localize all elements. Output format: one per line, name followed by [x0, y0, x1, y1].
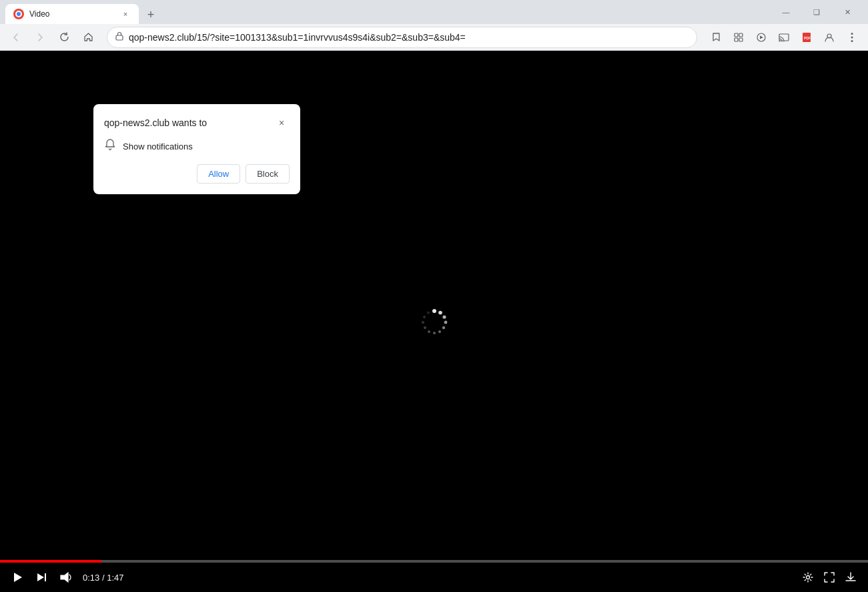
pdf-icon[interactable]: PDF — [796, 27, 817, 48]
download-video-button[interactable] — [841, 568, 860, 587]
address-bar[interactable]: qop-news2.club/15/?site=1001313&sub1=1in… — [107, 27, 697, 48]
svg-point-26 — [422, 321, 424, 324]
svg-text:PDF: PDF — [804, 36, 811, 40]
video-controls: 0:13 / 1:47 — [0, 557, 868, 592]
svg-point-10 — [779, 40, 781, 41]
svg-point-20 — [444, 320, 447, 324]
popup-close-button[interactable]: × — [274, 115, 290, 131]
svg-point-2 — [17, 12, 21, 16]
toolbar: qop-news2.club/15/?site=1001313&sub1=1in… — [0, 24, 868, 51]
progress-fill — [0, 560, 101, 563]
active-tab[interactable]: Video × — [5, 4, 139, 24]
permission-label: Show notifications — [123, 141, 193, 152]
new-tab-button[interactable]: + — [141, 5, 160, 24]
allow-button[interactable]: Allow — [197, 164, 240, 184]
svg-rect-3 — [116, 35, 123, 40]
volume-button[interactable] — [56, 568, 75, 587]
svg-point-18 — [438, 310, 442, 314]
permission-item: Show notifications — [104, 139, 290, 154]
back-button[interactable] — [5, 27, 27, 48]
svg-marker-30 — [37, 573, 44, 581]
svg-rect-5 — [739, 33, 743, 37]
chrome-music-button[interactable] — [751, 27, 772, 48]
svg-point-23 — [433, 332, 436, 334]
address-text: qop-news2.club/15/?site=1001313&sub1=1in… — [129, 32, 689, 43]
progress-bar[interactable] — [0, 560, 868, 563]
next-button[interactable] — [32, 568, 51, 587]
svg-marker-29 — [14, 573, 22, 582]
popup-header: qop-news2.club wants to × — [104, 115, 290, 131]
svg-point-24 — [428, 330, 430, 333]
bell-icon — [104, 139, 116, 154]
svg-point-25 — [424, 326, 426, 329]
svg-rect-6 — [735, 38, 738, 41]
svg-point-16 — [851, 40, 853, 42]
svg-point-27 — [423, 316, 426, 318]
permission-popup: qop-news2.club wants to × Show notificat… — [93, 104, 300, 194]
tab-title: Video — [29, 9, 115, 19]
svg-point-15 — [851, 36, 853, 38]
svg-rect-31 — [45, 573, 46, 581]
svg-marker-32 — [61, 573, 68, 582]
svg-point-17 — [432, 309, 436, 313]
browser-window: Video × + — ❑ ✕ — [0, 0, 868, 592]
svg-point-14 — [851, 33, 853, 35]
svg-rect-7 — [739, 38, 743, 41]
forward-button[interactable] — [29, 27, 51, 48]
tab-favicon — [13, 9, 24, 19]
svg-point-33 — [807, 576, 810, 579]
tab-close-button[interactable]: × — [120, 9, 131, 19]
block-button[interactable]: Block — [246, 164, 290, 184]
reload-button[interactable] — [53, 27, 75, 48]
popup-title: qop-news2.club wants to — [104, 117, 207, 128]
svg-point-21 — [442, 326, 444, 328]
menu-button[interactable] — [841, 27, 863, 48]
toolbar-right: PDF — [705, 27, 863, 48]
fullscreen-button[interactable] — [820, 568, 839, 587]
svg-point-22 — [438, 330, 441, 333]
svg-rect-4 — [735, 33, 738, 37]
title-bar: Video × + — ❑ ✕ — [0, 0, 868, 24]
controls-right — [799, 568, 860, 587]
loading-spinner — [418, 306, 450, 338]
svg-point-19 — [442, 315, 446, 318]
maximize-button[interactable]: ❑ — [801, 0, 832, 24]
extensions-button[interactable] — [728, 27, 749, 48]
svg-point-28 — [427, 311, 430, 314]
close-button[interactable]: ✕ — [832, 0, 863, 24]
settings-button[interactable] — [799, 568, 817, 587]
window-controls: — ❑ ✕ — [771, 0, 863, 24]
cast-button[interactable] — [773, 27, 795, 48]
bookmark-button[interactable] — [705, 27, 727, 48]
popup-actions: Allow Block — [104, 164, 290, 184]
lock-icon — [115, 31, 123, 43]
tab-strip: Video × + — [5, 0, 771, 24]
controls-row: 0:13 / 1:47 — [0, 568, 868, 587]
page-content: qop-news2.club wants to × Show notificat… — [0, 51, 868, 592]
play-button[interactable] — [8, 568, 27, 587]
home-button[interactable] — [77, 27, 99, 48]
time-display: 0:13 / 1:47 — [83, 573, 123, 583]
account-button[interactable] — [819, 27, 840, 48]
minimize-button[interactable]: — — [771, 0, 801, 24]
